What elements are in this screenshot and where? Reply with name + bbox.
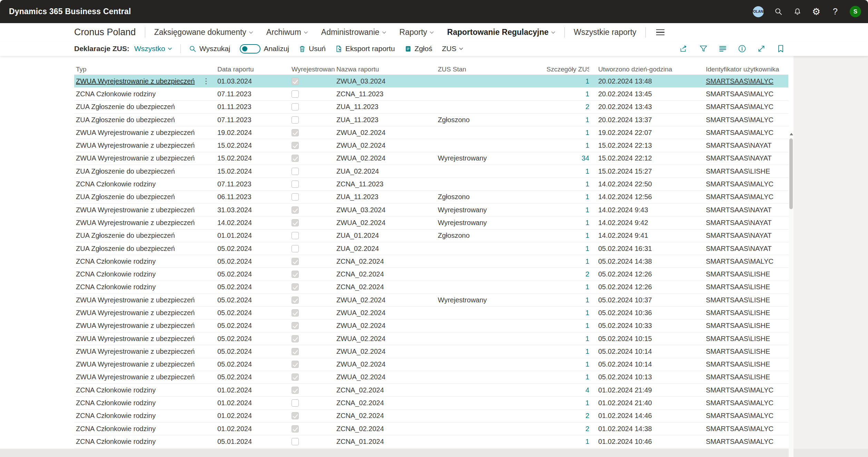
row-type-cell[interactable]: ZWUA Wyrejestrowanie z ubezpieczeń xyxy=(74,322,197,330)
row-details-cell[interactable]: 2 xyxy=(546,425,589,433)
help-icon[interactable]: ? xyxy=(831,7,840,16)
column-header-typ[interactable]: Typ xyxy=(74,66,216,73)
row-menu-icon[interactable]: ⋮ xyxy=(203,77,210,85)
notifications-bell-icon[interactable] xyxy=(793,7,802,16)
row-details-cell[interactable]: 1 xyxy=(546,399,589,407)
column-header-data-raportu[interactable]: Data raportu xyxy=(216,66,290,73)
row-type-cell[interactable]: ZCNA Członkowie rodziny xyxy=(74,399,197,407)
row-type-cell[interactable]: ZCNA Członkowie rodziny xyxy=(74,412,197,420)
row-details-cell[interactable]: 1 xyxy=(546,77,589,85)
row-details-cell[interactable]: 2 xyxy=(546,412,589,420)
user-avatar[interactable]: S xyxy=(850,6,861,17)
nav-item-wszystkie-raporty[interactable]: Wszystkie raporty xyxy=(574,28,636,37)
search-icon[interactable] xyxy=(774,7,783,16)
row-type-cell[interactable]: ZUA Zgłoszenie do ubezpieczeń xyxy=(74,167,197,175)
row-details-cell[interactable]: 1 xyxy=(546,245,589,253)
table-row[interactable]: ZCNA Członkowie rodziny ⋮ 05.01.2024 ZCN… xyxy=(74,435,788,448)
nav-item-archiwum[interactable]: Archiwum xyxy=(266,28,308,37)
nav-item-raportowanie-regulacyjne[interactable]: Raportowanie Regulacyjne xyxy=(447,28,555,37)
column-header-utworzono[interactable]: Utworzono dzień-godzina xyxy=(589,66,706,73)
share-icon[interactable] xyxy=(680,44,689,53)
table-row[interactable]: ZCNA Członkowie rodziny ⋮ 05.02.2024 ZCN… xyxy=(74,268,788,281)
row-details-cell[interactable]: 1 xyxy=(546,167,589,175)
table-row[interactable]: ZWUA Wyrejestrowanie z ubezpieczeń ⋮ 19.… xyxy=(74,126,788,139)
table-row[interactable]: ZWUA Wyrejestrowanie z ubezpieczeń ⋮ 05.… xyxy=(74,332,788,345)
row-type-cell[interactable]: ZUA Zgłoszenie do ubezpieczeń xyxy=(74,116,197,124)
row-details-cell[interactable]: 1 xyxy=(546,219,589,227)
table-row[interactable]: ZCNA Członkowie rodziny ⋮ 07.11.2023 ZCN… xyxy=(74,178,788,191)
row-details-cell[interactable]: 1 xyxy=(546,90,589,98)
filter-value-dropdown[interactable]: Wszystko xyxy=(134,45,172,53)
row-details-cell[interactable]: 1 xyxy=(546,142,589,149)
row-type-cell[interactable]: ZWUA Wyrejestrowanie z ubezpieczeń xyxy=(74,296,197,304)
table-row[interactable]: ZWUA Wyrejestrowanie z ubezpieczeń ⋮ 05.… xyxy=(74,320,788,332)
column-header-wyrejestrowanie[interactable]: Wyrejestrowanie xyxy=(290,66,335,73)
table-row[interactable]: ZCNA Członkowie rodziny ⋮ 05.02.2024 ZCN… xyxy=(74,281,788,294)
row-type-cell[interactable]: ZWUA Wyrejestrowanie z ubezpieczeń xyxy=(74,219,197,227)
row-type-cell[interactable]: ZCNA Członkowie rodziny xyxy=(74,425,197,433)
row-type-cell[interactable]: ZCNA Członkowie rodziny xyxy=(74,257,197,265)
row-type-cell[interactable]: ZWUA Wyrejestrowanie z ubezpieczeń xyxy=(74,373,197,381)
row-details-cell[interactable]: 1 xyxy=(546,296,589,304)
table-row[interactable]: ZWUA Wyrejestrowanie z ubezpieczeń ⋮ 15.… xyxy=(74,152,788,165)
more-menu-icon[interactable] xyxy=(655,28,666,37)
table-row[interactable]: ZWUA Wyrejestrowanie z ubezpieczeń ⋮ 01.… xyxy=(74,75,788,88)
table-row[interactable]: ZWUA Wyrejestrowanie z ubezpieczeń ⋮ 15.… xyxy=(74,139,788,152)
row-type-cell[interactable]: ZUA Zgłoszenie do ubezpieczeń xyxy=(74,245,197,253)
column-header-nazwa-raportu[interactable]: Nazwa raportu xyxy=(335,66,436,73)
table-row[interactable]: ZWUA Wyrejestrowanie z ubezpieczeń ⋮ 05.… xyxy=(74,371,788,384)
nav-item-zaksiegowane-dokumenty[interactable]: Zaksięgowane dokumenty xyxy=(154,28,253,37)
row-details-cell[interactable]: 1 xyxy=(546,193,589,201)
row-type-cell[interactable]: ZCNA Członkowie rodziny xyxy=(74,386,197,394)
row-type-cell[interactable]: ZWUA Wyrejestrowanie z ubezpieczeń xyxy=(74,77,197,85)
row-details-cell[interactable]: 1 xyxy=(546,373,589,381)
row-details-cell[interactable]: 1 xyxy=(546,360,589,368)
report-button[interactable]: Zgłoś xyxy=(405,45,432,53)
row-details-cell[interactable]: 1 xyxy=(546,309,589,317)
row-type-cell[interactable]: ZWUA Wyrejestrowanie z ubezpieczeń xyxy=(74,335,197,343)
nav-item-raporty[interactable]: Raporty xyxy=(400,28,434,37)
row-type-cell[interactable]: ZWUA Wyrejestrowanie z ubezpieczeń xyxy=(74,154,197,162)
row-type-cell[interactable]: ZCNA Członkowie rodziny xyxy=(74,270,197,278)
row-type-cell[interactable]: ZUA Zgłoszenie do ubezpieczeń xyxy=(74,103,197,111)
row-type-cell[interactable]: ZCNA Członkowie rodziny xyxy=(74,90,197,98)
table-row[interactable]: ZCNA Członkowie rodziny ⋮ 01.02.2024 ZCN… xyxy=(74,410,788,422)
row-type-cell[interactable]: ZWUA Wyrejestrowanie z ubezpieczeń xyxy=(74,206,197,214)
row-details-cell[interactable]: 1 xyxy=(546,438,589,446)
row-type-cell[interactable]: ZWUA Wyrejestrowanie z ubezpieczeń xyxy=(74,129,197,137)
table-row[interactable]: ZWUA Wyrejestrowanie z ubezpieczeń ⋮ 31.… xyxy=(74,204,788,216)
environment-badge[interactable]: POLAND xyxy=(753,6,764,17)
analyze-toggle[interactable] xyxy=(240,44,260,54)
column-header-szczegoly-zus[interactable]: Szczegóły ZUS xyxy=(546,66,589,73)
search-button[interactable]: Wyszukaj xyxy=(189,45,230,53)
row-details-cell[interactable]: 1 xyxy=(546,335,589,343)
scrollbar-thumb[interactable] xyxy=(789,138,793,209)
table-row[interactable]: ZWUA Wyrejestrowanie z ubezpieczeń ⋮ 05.… xyxy=(74,294,788,307)
row-details-cell[interactable]: 1 xyxy=(546,232,589,240)
export-report-button[interactable]: Eksport raportu xyxy=(335,45,395,53)
row-type-cell[interactable]: ZWUA Wyrejestrowanie z ubezpieczeń xyxy=(74,360,197,368)
row-details-cell[interactable]: 1 xyxy=(546,116,589,124)
row-type-cell[interactable]: ZUA Zgłoszenie do ubezpieczeń xyxy=(74,232,197,240)
table-row[interactable]: ZCNA Członkowie rodziny ⋮ 05.02.2024 ZCN… xyxy=(74,255,788,268)
row-details-cell[interactable]: 34 xyxy=(546,154,589,162)
settings-gear-icon[interactable]: ⚙ xyxy=(812,7,821,16)
bookmark-icon[interactable] xyxy=(776,44,785,53)
row-type-cell[interactable]: ZCNA Członkowie rodziny xyxy=(74,180,197,188)
row-type-cell[interactable]: ZCNA Członkowie rodziny xyxy=(74,283,197,291)
row-details-cell[interactable]: 1 xyxy=(546,257,589,265)
table-row[interactable]: ZCNA Członkowie rodziny ⋮ 07.11.2023 ZCN… xyxy=(74,88,788,100)
company-name[interactable]: Cronus Poland xyxy=(74,27,136,38)
row-type-cell[interactable]: ZWUA Wyrejestrowanie z ubezpieczeń xyxy=(74,348,197,356)
row-details-cell[interactable]: 2 xyxy=(546,270,589,278)
column-header-identyfikator[interactable]: Identyfikator użytkownika xyxy=(706,66,788,73)
row-details-cell[interactable]: 1 xyxy=(546,348,589,356)
table-row[interactable]: ZUA Zgłoszenie do ubezpieczeń ⋮ 07.11.20… xyxy=(74,114,788,126)
row-details-cell[interactable]: 2 xyxy=(546,103,589,111)
expand-icon[interactable] xyxy=(757,44,766,53)
row-type-cell[interactable]: ZWUA Wyrejestrowanie z ubezpieczeń xyxy=(74,142,197,149)
scroll-up-arrow[interactable] xyxy=(790,133,793,135)
table-row[interactable]: ZWUA Wyrejestrowanie z ubezpieczeń ⋮ 14.… xyxy=(74,216,788,229)
table-row[interactable]: ZUA Zgłoszenie do ubezpieczeń ⋮ 15.02.20… xyxy=(74,165,788,178)
table-row[interactable]: ZWUA Wyrejestrowanie z ubezpieczeń ⋮ 05.… xyxy=(74,345,788,358)
